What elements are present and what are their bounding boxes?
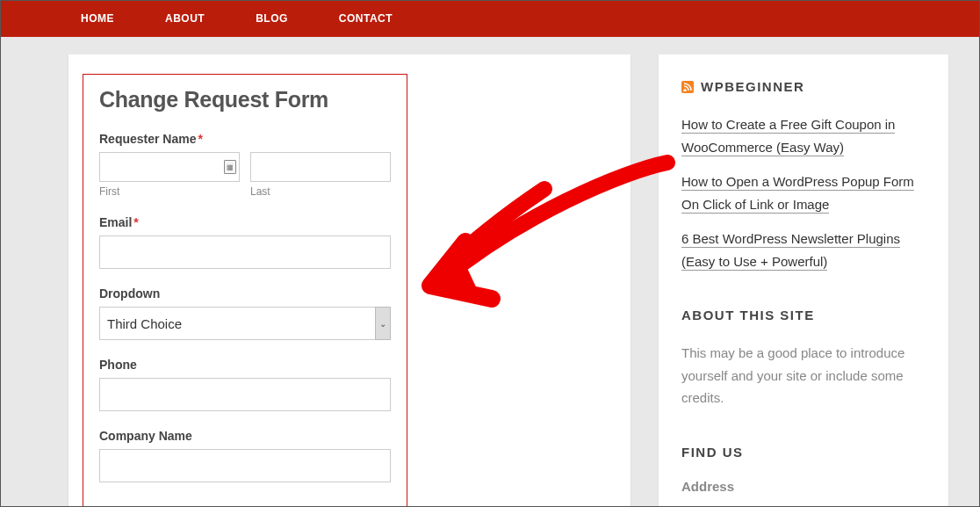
list-item: How to Create a Free Gift Coupon in WooC… — [681, 113, 926, 158]
sidebar: WPBEGINNER How to Create a Free Gift Cou… — [659, 54, 948, 507]
nav-about[interactable]: ABOUT — [165, 12, 205, 25]
last-sublabel: Last — [250, 185, 391, 198]
company-label: Company Name — [99, 429, 391, 443]
last-name-input[interactable] — [250, 152, 391, 182]
findus-widget-title: FIND US — [681, 445, 926, 460]
first-sublabel: First — [99, 185, 240, 198]
required-asterisk: * — [133, 215, 138, 229]
phone-input[interactable] — [99, 378, 391, 411]
email-label: Email* — [99, 215, 391, 229]
about-text: This may be a good place to introduce yo… — [681, 342, 926, 409]
about-widget-title: ABOUT THIS SITE — [681, 308, 926, 322]
dropdown-select[interactable]: Third Choice — [99, 307, 391, 340]
nav-blog[interactable]: BLOG — [256, 12, 288, 25]
rss-link[interactable]: How to Open a WordPress Popup Form On Cl… — [681, 174, 914, 214]
rss-icon — [681, 81, 694, 93]
requester-name-label: Requester Name* — [99, 132, 391, 146]
rss-link[interactable]: How to Create a Free Gift Coupon in WooC… — [681, 117, 895, 156]
nav-contact[interactable]: CONTACT — [339, 12, 393, 25]
nav-home[interactable]: HOME — [81, 12, 114, 25]
navbar: HOME ABOUT BLOG CONTACT — [0, 0, 980, 37]
rss-link[interactable]: 6 Best WordPress Newsletter Plugins (Eas… — [681, 231, 900, 271]
required-asterisk: * — [198, 132, 203, 146]
address-label: Address — [681, 479, 926, 494]
autofill-contact-icon: ▦ — [224, 160, 236, 174]
list-item: 6 Best WordPress Newsletter Plugins (Eas… — [681, 228, 926, 272]
dropdown-label: Dropdown — [99, 286, 391, 301]
form-title: Change Request Form — [99, 87, 391, 112]
list-item: How to Open a WordPress Popup Form On Cl… — [681, 170, 926, 215]
company-input[interactable] — [99, 449, 391, 482]
phone-label: Phone — [99, 358, 391, 372]
rss-link-list: How to Create a Free Gift Coupon in WooC… — [681, 113, 926, 272]
rss-widget-title: WPBEGINNER — [681, 79, 926, 94]
first-name-input[interactable] — [99, 152, 240, 182]
email-input[interactable] — [99, 235, 391, 269]
form-container: Change Request Form Requester Name* ▦ Fi… — [83, 74, 407, 507]
main-content-card: Change Request Form Requester Name* ▦ Fi… — [68, 54, 631, 507]
